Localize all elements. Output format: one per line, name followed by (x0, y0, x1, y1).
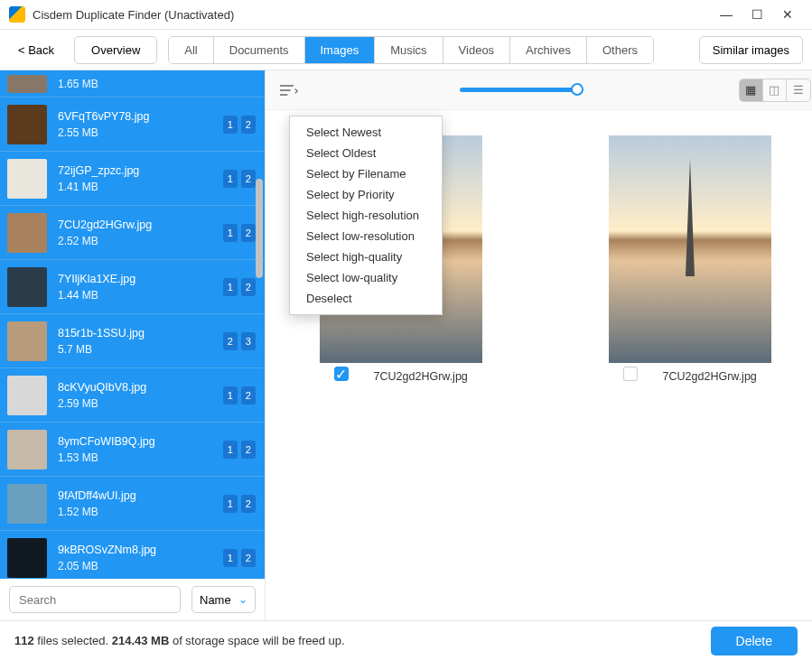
sidebar: 1.65 MB 6VFqT6vPY78.jpg 2.55 MB 1 2 72ij… (0, 70, 266, 620)
menu-select-newest[interactable]: Select Newest (290, 122, 442, 143)
file-name: 8cKVyuQIbV8.jpg (58, 381, 223, 394)
thumbnail (7, 105, 47, 144)
sort-value: Name (200, 593, 231, 607)
overview-button[interactable]: Overview (74, 36, 157, 64)
thumbnail (7, 75, 47, 93)
file-name: 6VFqT6vPY78.jpg (58, 110, 223, 123)
tab-images[interactable]: Images (305, 37, 376, 63)
list-item[interactable]: 9kBROSvZNm8.jpg 2.05 MB 12 (0, 531, 265, 579)
selection-context-menu: Select Newest Select Oldest Select by Fi… (289, 116, 443, 315)
file-name: 7CU2gd2HGrw.jpg (58, 218, 223, 231)
tab-archives[interactable]: Archives (510, 37, 587, 63)
tab-musics[interactable]: Musics (375, 37, 443, 63)
maximize-button[interactable]: ☐ (742, 7, 772, 22)
file-name: 9kBROSvZNm8.jpg (58, 544, 223, 556)
file-size: 2.52 MB (58, 235, 223, 247)
thumbnail (7, 213, 47, 253)
titlebar: Cisdem Duplicate Finder (Unactivated) — … (0, 0, 812, 29)
file-name: 8ymCFoWIB9Q.jpg (58, 435, 223, 448)
selected-count: 112 (14, 634, 34, 647)
similar-images-button[interactable]: Similar images (699, 36, 803, 64)
file-size: 1.65 MB (58, 78, 256, 90)
delete-button[interactable]: Delete (711, 627, 798, 655)
duplicate-list[interactable]: 1.65 MB 6VFqT6vPY78.jpg 2.55 MB 1 2 72ij… (0, 70, 265, 579)
list-item[interactable]: 815r1b-1SSU.jpg 5.7 MB 23 (0, 314, 265, 368)
select-checkbox[interactable]: ✓ (334, 367, 349, 381)
file-size: 1.53 MB (58, 451, 223, 464)
tab-all[interactable]: All (169, 37, 213, 63)
file-name: 9fAfDff4wUI.jpg (58, 489, 223, 502)
view-switcher: ▦ ◫ ☰ (739, 79, 811, 102)
status-footer: 112 files selected. 214.43 MB of storage… (0, 620, 812, 660)
preview-item: 7CU2gd2HGrw.jpg (591, 135, 789, 595)
app-icon (9, 6, 25, 23)
menu-select-filename[interactable]: Select by Filename (290, 163, 442, 184)
file-size: 1.52 MB (58, 506, 223, 518)
list-item[interactable]: 8ymCFoWIB9Q.jpg 1.53 MB 12 (0, 423, 265, 477)
zoom-slider[interactable] (298, 88, 739, 92)
file-size: 1.44 MB (58, 289, 223, 302)
freed-size: 214.43 MB (112, 634, 170, 647)
list-item[interactable]: 7CU2gd2HGrw.jpg 2.52 MB 12 (0, 206, 265, 260)
tab-others[interactable]: Others (587, 37, 653, 63)
chevron-down-icon: ⌄ (238, 593, 247, 606)
tab-videos[interactable]: Videos (443, 37, 511, 63)
menu-select-oldest[interactable]: Select Oldest (290, 143, 442, 163)
file-size: 2.55 MB (58, 126, 223, 139)
list-item[interactable]: 8cKVyuQIbV8.jpg 2.59 MB 12 (0, 368, 265, 423)
search-input[interactable] (9, 586, 181, 613)
menu-select-low-quality[interactable]: Select low-quality (290, 267, 442, 288)
file-size: 5.7 MB (58, 343, 223, 356)
sort-dropdown[interactable]: Name ⌄ (191, 586, 256, 613)
thumbnail (7, 376, 47, 415)
close-button[interactable]: ✕ (772, 7, 803, 22)
menu-select-high-quality[interactable]: Select high-quality (290, 246, 442, 267)
thumbnail (7, 538, 47, 578)
thumbnail (7, 267, 47, 307)
dup-count-badges: 1 2 (223, 116, 256, 134)
file-name: 72ijGP_zpzc.jpg (58, 164, 223, 177)
thumbnail (7, 484, 47, 524)
list-item[interactable]: 9fAfDff4wUI.jpg 1.52 MB 12 (0, 477, 265, 531)
back-button[interactable]: < Back (9, 43, 63, 57)
thumbnail (7, 430, 47, 469)
menu-select-priority[interactable]: Select by Priority (290, 184, 442, 205)
list-item[interactable]: 1.65 MB (0, 70, 265, 98)
main-toolbar: ▦ ◫ ☰ (266, 70, 812, 110)
minimize-button[interactable]: — (711, 7, 742, 22)
file-size: 2.59 MB (58, 397, 223, 410)
list-item[interactable]: 6VFqT6vPY78.jpg 2.55 MB 1 2 (0, 98, 265, 152)
grid-view-icon[interactable]: ▦ (740, 79, 763, 101)
tab-documents[interactable]: Documents (214, 37, 305, 63)
list-view-icon[interactable]: ☰ (787, 79, 810, 101)
selection-menu-icon[interactable] (280, 84, 298, 97)
file-name: 7YIljKla1XE.jpg (58, 273, 223, 285)
list-item[interactable]: 7YIljKla1XE.jpg 1.44 MB 12 (0, 260, 265, 314)
preview-caption: 7CU2gd2HGrw.jpg (663, 370, 757, 383)
preview-caption: 7CU2gd2HGrw.jpg (374, 370, 468, 383)
file-name: 815r1b-1SSU.jpg (58, 327, 223, 339)
scrollbar[interactable] (256, 179, 263, 278)
compare-view-icon[interactable]: ◫ (763, 79, 787, 101)
toolbar: < Back Overview All Documents Images Mus… (0, 29, 812, 70)
file-size: 2.05 MB (58, 560, 223, 572)
thumbnail (7, 321, 47, 361)
menu-select-low-res[interactable]: Select low-resolution (290, 226, 442, 246)
file-size: 1.41 MB (58, 181, 223, 193)
menu-deselect[interactable]: Deselect (290, 288, 442, 309)
sidebar-bottom: Name ⌄ (0, 579, 265, 620)
select-checkbox[interactable] (623, 367, 638, 381)
list-item[interactable]: 72ijGP_zpzc.jpg 1.41 MB 12 (0, 152, 265, 206)
window-title: Cisdem Duplicate Finder (Unactivated) (33, 8, 711, 22)
preview-image[interactable] (609, 135, 771, 363)
category-tabs: All Documents Images Musics Videos Archi… (168, 36, 654, 64)
thumbnail (7, 159, 47, 199)
menu-select-high-res[interactable]: Select high-resolution (290, 205, 442, 226)
